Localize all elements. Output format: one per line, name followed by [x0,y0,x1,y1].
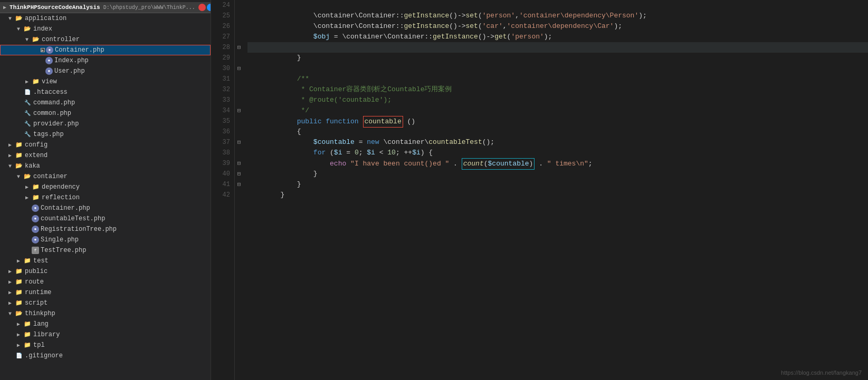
label-library: library [33,331,60,338]
label-runtime: runtime [25,289,51,296]
sidebar-item-htaccess[interactable]: 📄 .htaccess [0,87,211,98]
watermark: https://blog.csdn.net/fangkang7 [781,369,862,376]
sidebar-item-tpl[interactable]: tpl [0,340,211,350]
sidebar-item-view[interactable]: view [0,76,211,87]
line-num-35: 35 [215,116,230,126]
label-extend: extend [25,152,47,159]
fold-37[interactable]: ⊟ [235,137,243,148]
fold-34[interactable]: ⊟ [235,105,243,116]
sidebar-item-test-tree-php[interactable]: f TestTree.php [0,245,211,256]
sidebar-item-gitignore[interactable]: 📄 .gitignore [0,350,211,361]
fold-28[interactable] [235,0,243,11]
label-countable-test-php: countableTest.php [41,215,105,222]
label-tpl: tpl [33,342,45,349]
fold-empty-32 [235,84,243,95]
label-script: script [25,299,47,307]
sidebar-item-index-php[interactable]: ● Index.php [0,55,211,66]
fold-empty-25 [235,21,243,32]
code-line-32: * @route('countable'); [247,84,868,95]
arrow-application [8,16,15,22]
arrow-reflection [25,194,32,201]
line-num-30: 30 [215,63,230,74]
sidebar-item-library[interactable]: library [0,329,211,340]
label-route: route [25,278,44,286]
sidebar-item-public[interactable]: public [0,266,211,277]
sidebar-item-user-php[interactable]: ● User.php [0,66,211,76]
sidebar-item-thinkphp[interactable]: thinkphp [0,308,211,319]
fold-40[interactable]: ⊟ [235,169,243,179]
line-num-29: 29 [215,53,230,63]
sidebar-item-provider-php[interactable]: 🔧 provider.php [0,119,211,129]
line-num-37: 37 [215,137,230,148]
fold-30[interactable]: ⊟ [235,63,243,74]
code-line-28: } [247,42,868,53]
sidebar-item-kaka-container[interactable]: container [0,171,211,182]
sidebar-item-route[interactable]: route [0,277,211,287]
sidebar-item-controller[interactable]: controller [0,34,211,45]
sidebar-item-common-php[interactable]: 🔧 common.php [0,108,211,119]
code-line-33: */ [247,95,868,105]
line-numbers: 24 25 26 27 28 29 30 31 32 33 34 35 36 3… [211,0,235,380]
sidebar-item-kaka[interactable]: kaka [0,161,211,171]
fold-empty-26 [235,32,243,42]
fold-39[interactable]: ⊟ [235,158,243,169]
arrow-dependency [25,184,32,190]
folder-icon-application [15,15,23,22]
label-kaka: kaka [25,162,40,170]
sidebar-item-index[interactable]: index [0,24,211,34]
title-bar: ▶ ThinkPHPSourceCodeAnalysis D:\phpstudy… [0,2,211,13]
label-tags-php: tags.php [33,131,64,138]
sidebar-item-extend[interactable]: extend [0,150,211,161]
label-user-php: User.php [54,67,85,75]
sidebar-item-runtime[interactable]: runtime [0,287,211,298]
fold-28b[interactable]: ⊟ [235,42,243,53]
fold-empty [235,53,243,63]
sidebar-item-kaka-container-php[interactable]: ● Container.php [0,203,211,213]
folder-icon-kaka [15,162,23,170]
label-application: application [25,15,66,22]
arrow-runtime [8,289,15,296]
label-container-php: Container.php [55,46,104,54]
php-icon-registration-tree: ● [32,226,39,233]
folder-icon-dependency [32,183,40,191]
arrow-thinkphp [8,311,15,317]
label-gitignore: .gitignore [25,352,63,359]
folder-icon-reflection [32,194,40,201]
sidebar-item-lang[interactable]: lang [0,319,211,329]
line-num-25: 25 [215,11,230,21]
sidebar-item-countable-test-php[interactable]: ● countableTest.php [0,213,211,224]
fold-empty-31 [235,74,243,84]
cfg-icon-test-tree: f [32,247,39,254]
line-num-40: 40 [215,169,230,179]
sidebar-item-dependency[interactable]: dependency [0,182,211,192]
arrow-tpl [17,342,23,348]
project-path: D:\phpstudy_pro\WWW\ThinkP... [103,5,195,11]
sidebar-item-command-php[interactable]: 🔧 command.php [0,98,211,108]
sidebar-item-tags-php[interactable]: 🔧 tags.php [0,129,211,140]
line-num-42: 42 [215,190,230,200]
code-line-38: echo "I have been count()ed " . count($c… [247,148,868,158]
fold-empty-38 [235,148,243,158]
fold-41[interactable]: ⊟ [235,179,243,190]
folder-icon-extend [15,152,23,159]
label-provider-php: provider.php [33,120,79,128]
sidebar-item-script[interactable]: script [0,298,211,308]
sidebar-item-test[interactable]: test [0,256,211,266]
line-num-32: 32 [215,84,230,95]
sidebar-item-reflection[interactable]: reflection [0,192,211,203]
sidebar-item-single-php[interactable]: ● Single.php [0,235,211,245]
label-command-php: command.php [33,99,75,106]
sidebar-item-application[interactable]: application [0,13,211,24]
line-num-36: 36 [215,126,230,137]
arrow-extend [8,152,15,159]
sidebar-item-config[interactable]: config [0,140,211,150]
arrow-route [8,279,15,285]
line-num-31: 31 [215,74,230,84]
arrow-config [8,142,15,148]
code-content: \container\Container::getInstance()->set… [243,0,868,380]
sidebar-item-container-php[interactable]: ▶ ● Container.php [0,45,211,55]
sidebar-item-registration-tree-php[interactable]: ● RegistrationTree.php [0,224,211,235]
fold-empty-35 [235,116,243,126]
php-icon-index: ● [45,57,53,64]
arrow-library [17,332,23,338]
